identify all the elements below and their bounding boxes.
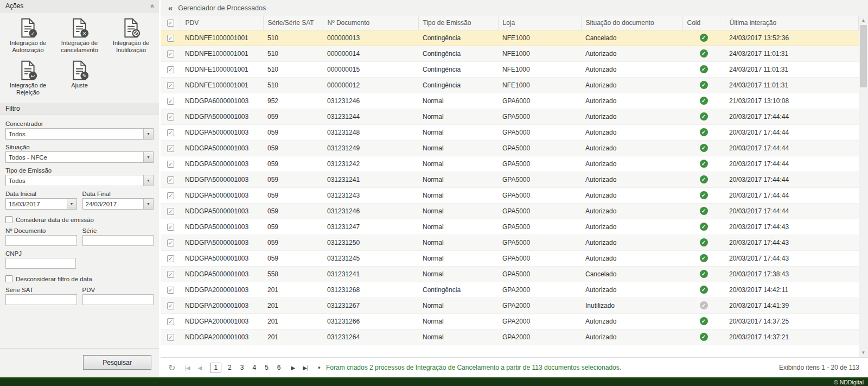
cell-situacao: Autorizado — [581, 187, 682, 203]
table-row[interactable]: ✓NDDGPA5000001003059031231246NormalGPA50… — [161, 203, 859, 219]
row-checkbox[interactable]: ✓ — [167, 224, 174, 231]
row-checkbox[interactable]: ✓ — [167, 50, 174, 58]
pdv-input[interactable] — [82, 294, 154, 305]
page-button-6[interactable]: 6 — [275, 363, 283, 372]
col-situacao[interactable]: Situação do documento — [581, 16, 682, 30]
page-button-2[interactable]: 2 — [226, 363, 234, 372]
row-checkbox[interactable]: ✓ — [167, 318, 174, 325]
next-page-icon[interactable]: ▶ — [290, 365, 297, 371]
serie-input[interactable] — [82, 235, 154, 246]
row-checkbox[interactable]: ✓ — [167, 66, 174, 73]
refresh-icon[interactable]: ↻ — [168, 363, 175, 373]
action-ajuste[interactable]: ✎Ajuste — [54, 58, 105, 100]
cell-documento: 031231246 — [323, 203, 418, 219]
row-checkbox[interactable]: ✓ — [167, 98, 174, 105]
row-checkbox[interactable]: ✓ — [167, 129, 174, 136]
col-serie[interactable]: Série/Série SAT — [263, 16, 323, 30]
cell-situacao: Autorizado — [581, 219, 682, 235]
search-button[interactable]: Pesquisar — [83, 355, 151, 370]
row-checkbox[interactable]: ✓ — [167, 287, 174, 294]
page-button-4[interactable]: 4 — [250, 363, 258, 372]
table-row[interactable]: ✓NDDGPA6000001003952031231246NormalGPA60… — [161, 93, 859, 109]
data-final-picker[interactable]: 24/03/2017 ▼ — [82, 198, 154, 210]
concentrador-label: Concentrador — [5, 121, 154, 127]
row-checkbox[interactable]: ✓ — [167, 176, 174, 183]
table-row[interactable]: ✓NDDGPA2000001003201031231268Contingênci… — [161, 282, 859, 298]
col-tipo-emissao[interactable]: Tipo de Emissão — [418, 16, 498, 30]
vertical-scrollbar[interactable]: ▲ ▼ — [859, 16, 868, 357]
action-label: Integração de Autorização — [3, 40, 53, 54]
table-row[interactable]: ✓NDDGPA5000001003059031231247NormalGPA50… — [161, 219, 859, 235]
col-loja[interactable]: Loja — [498, 16, 581, 30]
cell-situacao: Autorizado — [581, 156, 682, 172]
action-cancelamento[interactable]: ✕Integração de cancelamento — [54, 16, 105, 58]
data-inicial-picker[interactable]: 15/03/2017 ▼ — [5, 198, 77, 210]
action-rejeicao[interactable]: ↩Integração de Rejeição — [2, 58, 54, 100]
collapse-sidebar-icon[interactable]: « — [168, 3, 173, 12]
dropdown-arrow-icon: ▼ — [143, 199, 153, 209]
table-row[interactable]: ✓NDDNFE1000001001510000000015Contingênci… — [161, 61, 859, 77]
collapse-actions-icon[interactable]: » — [148, 4, 156, 8]
action-autorizacao[interactable]: ✓Integração de Autorização — [2, 16, 54, 58]
situacao-select[interactable]: Todos - NFCe ▼ — [5, 151, 154, 163]
row-checkbox[interactable]: ✓ — [167, 82, 174, 89]
col-ultima-interacao[interactable]: Última interação — [725, 16, 859, 30]
serie-sat-input[interactable] — [5, 294, 77, 305]
table-row[interactable]: ✓NDDGPA5000001003558031231241NormalGPA50… — [161, 266, 859, 282]
table-row[interactable]: ✓NDDGPA5000001003059031231250NormalGPA50… — [161, 235, 859, 250]
scroll-up-icon[interactable]: ▲ — [859, 16, 868, 25]
cell-situacao: Inutilizado — [581, 298, 682, 313]
num-documento-input[interactable] — [5, 235, 77, 246]
table-row[interactable]: ✓NDDGPA2000001003201031231266NormalGPA20… — [161, 313, 859, 329]
table-row[interactable]: ✓NDDGPA5000001003059031231243NormalGPA50… — [161, 187, 859, 203]
page-button-3[interactable]: 3 — [238, 363, 246, 372]
col-cold[interactable]: Cold — [682, 16, 725, 30]
prev-page-icon[interactable]: ◀ — [196, 365, 204, 371]
table-row[interactable]: ✓NDDGPA5000001003059031231248NormalGPA50… — [161, 124, 859, 140]
scroll-down-icon[interactable]: ▼ — [859, 348, 868, 357]
row-checkbox[interactable]: ✓ — [167, 35, 174, 42]
concentrador-select[interactable]: Todos ▼ — [5, 128, 154, 140]
select-all-checkbox[interactable]: ✓ — [167, 20, 174, 27]
table-row[interactable]: ✓NDDGPA5000001003059031231242NormalGPA50… — [161, 156, 859, 172]
table-row[interactable]: ✓NDDGPA2000001003201031231264NormalGPA20… — [161, 329, 859, 345]
scrollbar-thumb[interactable] — [860, 25, 867, 87]
table-row[interactable]: ✓NDDGPA2000001003201031231267NormalGPA20… — [161, 298, 859, 313]
last-page-icon[interactable]: ▶| — [301, 365, 310, 371]
cell-documento: 031231246 — [323, 93, 418, 109]
row-checkbox[interactable]: ✓ — [167, 145, 174, 152]
action-inutilizacao[interactable]: Integração de Inutilização — [105, 16, 157, 58]
row-checkbox[interactable]: ✓ — [167, 113, 174, 121]
cell-ultima-interacao: 20/03/2017 17:44:43 — [725, 235, 859, 250]
row-checkbox[interactable]: ✓ — [167, 239, 174, 246]
row-checkbox[interactable]: ✓ — [167, 334, 174, 341]
considerar-data-checkbox[interactable] — [5, 216, 12, 223]
row-checkbox[interactable]: ✓ — [167, 192, 174, 199]
row-checkbox[interactable]: ✓ — [167, 161, 174, 168]
table-row[interactable]: ✓NDDNFE1000001001510000000012Contingênci… — [161, 77, 859, 93]
table-row[interactable]: ✓NDDGPA5000001003059031231241NormalGPA50… — [161, 172, 859, 187]
data-final-value: 24/03/2017 — [83, 201, 144, 207]
row-checkbox[interactable]: ✓ — [167, 255, 174, 262]
table-row[interactable]: ✓NDDGPA5000001003059031231249NormalGPA50… — [161, 140, 859, 156]
table-row[interactable]: ✓NDDGPA5000001003059031231245NormalGPA50… — [161, 250, 859, 266]
col-documento[interactable]: Nº Documento — [323, 16, 418, 30]
table-row[interactable]: ✓NDDGPA5000001003059031231244NormalGPA50… — [161, 109, 859, 124]
desconsiderar-filtro-checkbox[interactable] — [5, 275, 12, 282]
cell-pdv: NDDGPA5000001003 — [181, 140, 263, 156]
cnpj-input[interactable] — [5, 258, 76, 269]
row-checkbox[interactable]: ✓ — [167, 302, 174, 309]
cold-check-icon: ✓ — [700, 301, 708, 309]
page-button-1[interactable]: 1 — [210, 363, 221, 372]
first-page-icon[interactable]: |◀ — [183, 365, 192, 371]
page-button-5[interactable]: 5 — [263, 363, 271, 372]
row-checkbox[interactable]: ✓ — [167, 271, 174, 278]
tipo-emissao-select[interactable]: Todos ▼ — [5, 175, 154, 186]
table-row[interactable]: ✓NDDNFE1000001001510000000014Contingênci… — [161, 46, 859, 61]
cold-check-icon: ✓ — [700, 160, 708, 168]
row-checkbox[interactable]: ✓ — [167, 208, 174, 215]
table-row[interactable]: ✓NDDNFE1000001001510000000013Contingênci… — [161, 30, 859, 46]
cell-situacao: Autorizado — [581, 140, 682, 156]
data-inicial-label: Data Inicial — [5, 191, 77, 197]
col-pdv[interactable]: PDV — [181, 16, 263, 30]
